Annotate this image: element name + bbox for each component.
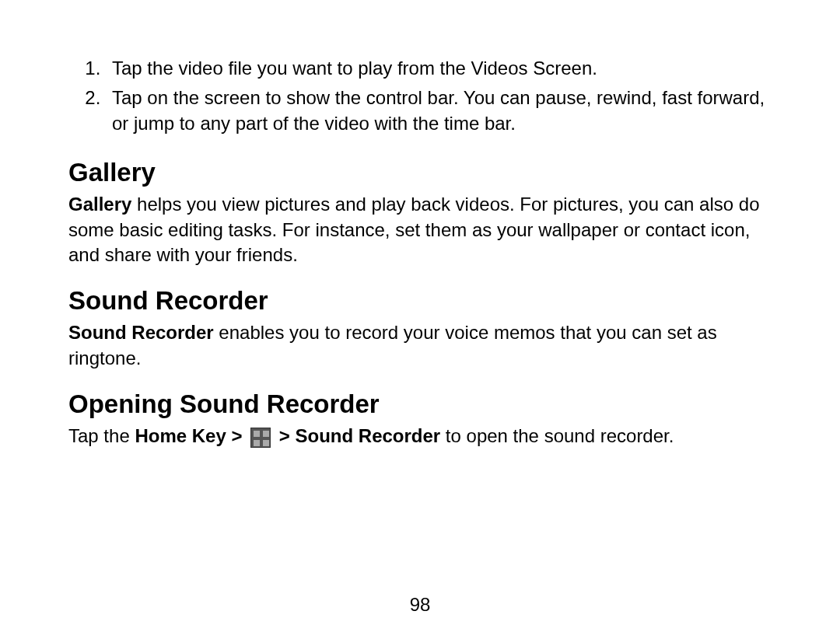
- opening-home-key: Home Key >: [135, 425, 247, 446]
- opening-post-icon: > Sound Recorder: [274, 425, 440, 446]
- page-number: 98: [0, 594, 840, 616]
- opening-pre-text: Tap the: [68, 425, 135, 446]
- opening-tail: to open the sound recorder.: [440, 425, 674, 446]
- sound-recorder-heading: Sound Recorder: [68, 286, 772, 316]
- gallery-body: helps you view pictures and play back vi…: [68, 194, 759, 265]
- gallery-bold-lead: Gallery: [68, 194, 131, 215]
- gallery-paragraph: Gallery helps you view pictures and play…: [68, 192, 772, 267]
- instruction-list: Tap the video file you want to play from…: [68, 56, 772, 136]
- list-item: Tap the video file you want to play from…: [106, 56, 772, 81]
- gallery-heading: Gallery: [68, 158, 772, 187]
- opening-sound-recorder-heading: Opening Sound Recorder: [68, 389, 772, 419]
- sound-recorder-paragraph: Sound Recorder enables you to record you…: [68, 320, 772, 371]
- page-content: Tap the video file you want to play from…: [68, 56, 772, 449]
- list-item: Tap on the screen to show the control ba…: [106, 86, 772, 136]
- apps-grid-icon: [250, 428, 271, 448]
- sound-recorder-bold-lead: Sound Recorder: [68, 322, 214, 343]
- opening-paragraph: Tap the Home Key > > Sound Recorder to o…: [68, 424, 772, 449]
